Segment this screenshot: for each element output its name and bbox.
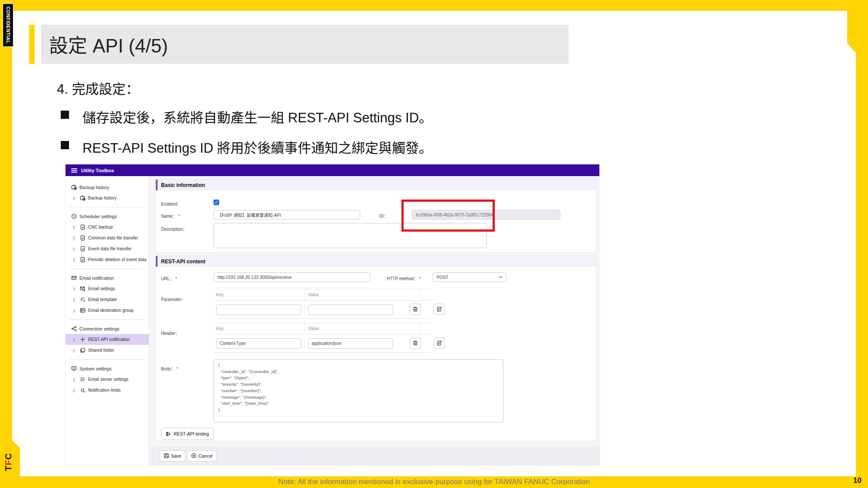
- page-title: 設定 API (4/5): [41, 25, 569, 64]
- sidebar-item-email-notification[interactable]: Email notification: [66, 272, 149, 283]
- bullet-item: 儲存設定後，系統將自動產生一組 REST-API Settings ID。: [61, 107, 432, 126]
- sidebar-item-rest-api-notification[interactable]: |- REST-API notification: [66, 334, 149, 345]
- parameter-value-input[interactable]: [308, 305, 393, 315]
- id-label: ID：: [379, 213, 388, 219]
- sidebar-item-email-destination-group[interactable]: |- Email destination group: [66, 305, 149, 316]
- sidebar-divider: [69, 319, 144, 320]
- value-column-header: Value: [305, 289, 421, 300]
- title-accent-bar: [29, 25, 35, 64]
- sidebar-item-backup-history[interactable]: |- Backup history: [66, 193, 149, 203]
- frame-right: [856, 0, 868, 488]
- tfc-logo: TFC: [3, 447, 12, 477]
- api-move-icon: [80, 337, 85, 342]
- sidebar-item-system-settings[interactable]: System settings: [66, 363, 149, 374]
- sidebar-item-label: Event data file transfer: [88, 246, 132, 251]
- cancel-icon: [191, 453, 197, 459]
- sidebar-item-email-server-settings[interactable]: |- Email server settings: [66, 374, 149, 385]
- bullet-marker: [61, 111, 69, 119]
- sidebar-item-event-data-file-transfer[interactable]: |- Event data file transfer: [66, 243, 149, 254]
- sidebar-item-label: Email destination group: [88, 308, 134, 313]
- header-table-header: Key Value: [214, 323, 431, 334]
- sidebar-item-notification-limits[interactable]: |- Notification limits: [66, 385, 149, 396]
- trash-icon: [412, 306, 418, 312]
- chevron-down-icon: [499, 276, 503, 278]
- tree-branch: |-: [73, 388, 77, 393]
- backup-history-icon: [71, 184, 77, 190]
- name-input[interactable]: [214, 210, 360, 219]
- frame-corner-top-right: [847, 0, 868, 52]
- sidebar-item-cnc-backup[interactable]: |- CNC backup: [66, 222, 149, 233]
- system-monitor-icon: [71, 366, 77, 371]
- add-row-icon: [436, 306, 442, 312]
- key-column-header: Key: [214, 323, 305, 334]
- tree-branch: |-: [73, 258, 77, 262]
- sidebar-item-label: Notification limits: [88, 388, 121, 393]
- sidebar-divider: [69, 359, 144, 360]
- delete-header-row-button[interactable]: [410, 337, 421, 349]
- save-button[interactable]: Save: [160, 450, 185, 462]
- sidebar-item-label: REST-API notification: [88, 337, 130, 342]
- sidebar-item-email-settings[interactable]: |- Email settings: [66, 283, 149, 294]
- footer-note: Note: All the information mentioned is e…: [0, 478, 868, 486]
- section-header: REST-API content: [156, 256, 596, 267]
- sidebar-item-shared-folder[interactable]: |- Shared folder: [66, 345, 149, 356]
- delete-parameter-row-button[interactable]: [410, 304, 421, 315]
- template-pencil-icon: [80, 297, 85, 302]
- document-check-icon: [80, 246, 85, 252]
- sidebar-divider: [69, 269, 144, 269]
- bullet-text: 儲存設定後，系統將自動產生一組 REST-API Settings ID。: [82, 107, 432, 126]
- sidebar-item-periodic-deletion[interactable]: |- Periodic deletion of event data: [66, 254, 149, 265]
- document-check-icon: [80, 235, 85, 241]
- tfc-f: F: [3, 460, 13, 465]
- id-input: [412, 210, 560, 219]
- http-method-select[interactable]: POST: [433, 272, 506, 282]
- url-input[interactable]: [214, 272, 371, 282]
- rest-api-content-card: REST-API content URL：* HTTP method：* POS…: [155, 255, 596, 441]
- add-header-row-button[interactable]: [434, 337, 445, 349]
- rest-api-testing-button[interactable]: REST-API testing: [161, 428, 214, 440]
- confidential-badge: CONFIDENTIAL: [3, 3, 13, 47]
- trash-icon: [412, 340, 418, 346]
- parameter-key-input[interactable]: [216, 305, 301, 315]
- http-method-value: POST: [437, 275, 448, 280]
- tree-branch: |-: [73, 348, 77, 353]
- document-check-icon: [80, 224, 85, 230]
- slide: CONFIDENTIAL TFC 設定 API (4/5) 4. 完成設定： 儲…: [0, 0, 868, 488]
- tree-branch: |-: [73, 236, 77, 240]
- body-textarea[interactable]: { "controller_id": "{!controller_id}", "…: [214, 359, 503, 422]
- share-nodes-icon: [71, 326, 77, 331]
- enabled-checkbox[interactable]: ✓: [214, 200, 219, 205]
- sidebar-item-label: System settings: [79, 366, 112, 371]
- sidebar-item-scheduler-settings[interactable]: Scheduler settings: [66, 211, 149, 222]
- hamburger-menu-icon[interactable]: [71, 168, 77, 173]
- clock-icon: [71, 213, 77, 219]
- utility-toolbox-app: Utility Toolbox Backup history |- Backup…: [65, 164, 600, 465]
- sidebar: Backup history |- Backup history Schedul…: [66, 176, 149, 465]
- sidebar-item-email-template[interactable]: |- Email template: [66, 294, 149, 305]
- document-check-icon: [80, 257, 85, 262]
- main-content: Basic information Enabled： ✓ Name：* ID： …: [150, 176, 600, 465]
- enabled-label: Enabled：: [161, 200, 181, 207]
- add-parameter-row-button[interactable]: [434, 304, 445, 315]
- parameter-table-header: Key Value: [214, 289, 431, 301]
- header-table: Key Value: [214, 323, 431, 353]
- sidebar-item-label: Email server settings: [88, 377, 128, 382]
- parameter-table: Key Value: [214, 289, 431, 319]
- sidebar-item-common-data-file-transfer[interactable]: |- Common data file transfer: [66, 233, 149, 243]
- sidebar-item-connection-settings[interactable]: Connection settings: [66, 323, 149, 334]
- cancel-label: Cancel: [198, 453, 213, 459]
- sidebar-item-label: Common data file transfer: [88, 236, 138, 240]
- tree-branch: |-: [73, 196, 77, 200]
- header-key-input[interactable]: [216, 338, 301, 349]
- cancel-button[interactable]: Cancel: [187, 450, 217, 462]
- page-number: 10: [853, 476, 861, 485]
- header-value-input[interactable]: [308, 338, 393, 349]
- description-textarea[interactable]: [214, 223, 487, 248]
- sidebar-item-backup-history-group[interactable]: Backup history: [66, 182, 149, 193]
- sidebar-item-label: Backup history: [88, 196, 117, 200]
- limits-arrows-icon: [80, 387, 85, 393]
- app-title: Utility Toolbox: [81, 168, 114, 173]
- bullet-item: REST-API Settings ID 將用於後續事件通知之綁定與觸發。: [61, 137, 432, 157]
- sidebar-item-label: Periodic deletion of event data: [88, 257, 147, 262]
- tree-branch: |-: [73, 298, 77, 302]
